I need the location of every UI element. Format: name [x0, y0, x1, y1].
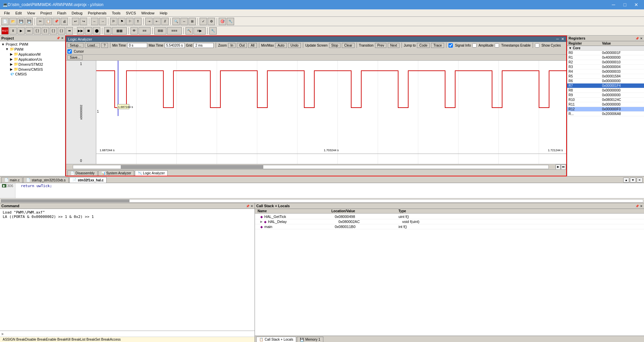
- tb-back[interactable]: ←: [91, 18, 98, 25]
- la-timestamps-cb[interactable]: [495, 43, 499, 48]
- project-close-icon[interactable]: ✕: [61, 37, 64, 40]
- menu-project[interactable]: Project: [38, 10, 54, 16]
- tb-periph2[interactable]: ≡≡≡: [167, 27, 182, 35]
- la-minimize-icon[interactable]: ─: [556, 37, 559, 41]
- tb-indent[interactable]: ⇢: [145, 18, 153, 25]
- la-tab-system-analyzer[interactable]: 📊 System Analyzer: [98, 170, 134, 176]
- tree-root[interactable]: ▼ Project: PWM: [1, 42, 64, 47]
- cs-row-main[interactable]: ◆ main 0x080011B0 int f(): [255, 224, 644, 229]
- tb-view2[interactable]: ≡≡: [139, 27, 151, 35]
- reg-row-r0[interactable]: R0 0x0000001F: [567, 51, 644, 55]
- cs-tab-callstack[interactable]: 📋 Call Stack + Locals: [256, 337, 296, 342]
- tb-new[interactable]: 📄: [1, 18, 9, 25]
- reg-row-r6[interactable]: R6 0x00000000: [567, 79, 644, 83]
- reg-row-r7[interactable]: R7 0x000001F4: [567, 83, 644, 88]
- tb-debug8[interactable]: ➡: [66, 27, 73, 35]
- tb-copy[interactable]: 📋: [45, 18, 52, 25]
- tb-mem1[interactable]: ▦: [104, 27, 111, 35]
- tb-comment[interactable]: //: [161, 18, 169, 25]
- tab-main-c[interactable]: 📄 main.c: [1, 177, 22, 183]
- menu-debug[interactable]: Debug: [69, 10, 85, 16]
- cmd-close-icon[interactable]: ✕: [251, 205, 253, 208]
- reg-row-r3[interactable]: R3 0x00000004: [567, 65, 644, 69]
- tb-redo[interactable]: ↪: [80, 18, 87, 25]
- tb-cut[interactable]: ✂: [37, 18, 44, 25]
- tb-rst[interactable]: RST: [1, 27, 9, 35]
- la-code-btn[interactable]: Code: [417, 43, 430, 48]
- la-clear-btn[interactable]: Clear: [342, 43, 355, 48]
- editor-hscroll-thumb[interactable]: [1, 199, 129, 202]
- tree-item-drv-stm[interactable]: ▶ 📁 Drivers/STM32: [1, 62, 64, 67]
- la-scroll-thumb[interactable]: [121, 165, 263, 169]
- tb-paste[interactable]: 📌: [53, 18, 60, 25]
- la-setup-btn[interactable]: Setup...: [67, 43, 84, 48]
- reg-row-r10[interactable]: R10 0x0800124C: [567, 98, 644, 102]
- reg-row-r5[interactable]: R5 0x00001584: [567, 74, 644, 79]
- la-signal-info-cb[interactable]: [448, 43, 453, 48]
- tb-check[interactable]: ✓: [200, 18, 207, 25]
- la-scroll-end[interactable]: ⏭: [561, 164, 566, 170]
- reg-pin-icon[interactable]: 📌: [635, 37, 639, 40]
- la-cursor-cb[interactable]: [67, 49, 72, 54]
- tb-debug5[interactable]: { }: [42, 27, 49, 35]
- cs-tab-memory1[interactable]: 💾 Memory 1: [297, 337, 323, 342]
- menu-file[interactable]: File: [1, 10, 13, 16]
- tb-periph1[interactable]: ⊞⊞: [154, 27, 166, 35]
- la-auto-btn[interactable]: Auto: [275, 43, 287, 48]
- menu-edit[interactable]: Edit: [13, 10, 24, 16]
- la-trace-btn[interactable]: Trace: [431, 43, 444, 48]
- cs-expand-icon[interactable]: ▶: [260, 220, 263, 223]
- menu-svcs[interactable]: SVCS: [123, 10, 139, 16]
- tb-debug3[interactable]: ⏭: [25, 27, 33, 35]
- la-close-icon[interactable]: ✕: [561, 37, 564, 41]
- la-tab-logic-analyzer[interactable]: 📉 Logic Analyzer: [135, 170, 168, 176]
- cs-row-hal-delay[interactable]: ▶ ◆ HAL_Delay 0x080002AC void f(uint): [255, 219, 644, 224]
- menu-tools[interactable]: Tools: [109, 10, 123, 16]
- la-save-btn[interactable]: Save...: [67, 55, 83, 60]
- tb-run[interactable]: ▶▶: [77, 27, 84, 35]
- reg-expand-icon[interactable]: ▼: [569, 46, 573, 50]
- la-tab-disassembly[interactable]: 📄 Disassembly: [67, 170, 98, 176]
- tb-view1[interactable]: 👁: [130, 27, 138, 35]
- la-help-btn[interactable]: ?: [101, 43, 108, 48]
- tb-print[interactable]: 🖨: [61, 18, 68, 25]
- cs-pin-icon[interactable]: 📌: [635, 205, 639, 208]
- la-zoom-in-btn[interactable]: In: [228, 43, 235, 48]
- tree-item-app-us[interactable]: ▶ 📁 Application/Us: [1, 57, 64, 62]
- tb-bmark4[interactable]: ⇑: [134, 18, 142, 25]
- la-scroll-right[interactable]: ▶: [555, 164, 561, 170]
- editor-scroll-down[interactable]: ▼: [630, 177, 636, 183]
- tree-item-cmsis[interactable]: 💎 CMSIS: [1, 72, 64, 76]
- tree-item-drv-cmsis[interactable]: ▶ 📁 Drivers/CMSIS: [1, 67, 64, 72]
- editor-hscroll[interactable]: [0, 198, 644, 203]
- tb-mem2[interactable]: ▦▦: [112, 27, 127, 35]
- cs-row-hal-gettick[interactable]: ◆ HAL_GetTick 0x08000498 uint f(): [255, 214, 644, 219]
- la-next-btn[interactable]: Next: [388, 43, 399, 48]
- tb-extra[interactable]: 🔧: [209, 27, 217, 35]
- cs-close-icon[interactable]: ✕: [640, 205, 643, 208]
- tab-hal-c[interactable]: 📄 stm32f1xx_hal.c: [69, 177, 107, 183]
- tb-tools2[interactable]: ≡▶: [194, 27, 206, 35]
- tb-open[interactable]: 📂: [9, 18, 17, 25]
- tb-bmark3[interactable]: ⚐: [126, 18, 133, 25]
- editor-scroll-up[interactable]: ▲: [623, 177, 629, 183]
- tb-bmark[interactable]: 🏳: [110, 18, 117, 25]
- la-zoom-out-btn[interactable]: Out: [237, 43, 247, 48]
- la-scroll-track[interactable]: [73, 165, 549, 169]
- menu-help[interactable]: Help: [157, 10, 170, 16]
- cmd-input-field[interactable]: [3, 332, 253, 336]
- maximize-btn[interactable]: □: [620, 1, 630, 8]
- reg-row-r8[interactable]: R8 0x00000000: [567, 88, 644, 93]
- tb-save[interactable]: 💾: [17, 18, 25, 25]
- tb-target[interactable]: 🎯: [219, 18, 226, 25]
- reg-row-r2[interactable]: R2 0x00000010: [567, 60, 644, 65]
- la-stop-btn[interactable]: Stop: [329, 43, 341, 48]
- menu-view[interactable]: View: [24, 10, 38, 16]
- reg-row-r12[interactable]: R12 0x000000F0: [567, 107, 644, 112]
- editor-close-btn[interactable]: ✕: [637, 177, 643, 183]
- menu-peripherals[interactable]: Peripherals: [85, 10, 109, 16]
- la-load-btn[interactable]: Load...: [85, 43, 100, 48]
- tb-debug7[interactable]: ( ): [58, 27, 65, 35]
- tb-debug2[interactable]: ▶: [17, 27, 25, 35]
- tree-item-app-m[interactable]: ▶ 📁 Application/M: [1, 52, 64, 57]
